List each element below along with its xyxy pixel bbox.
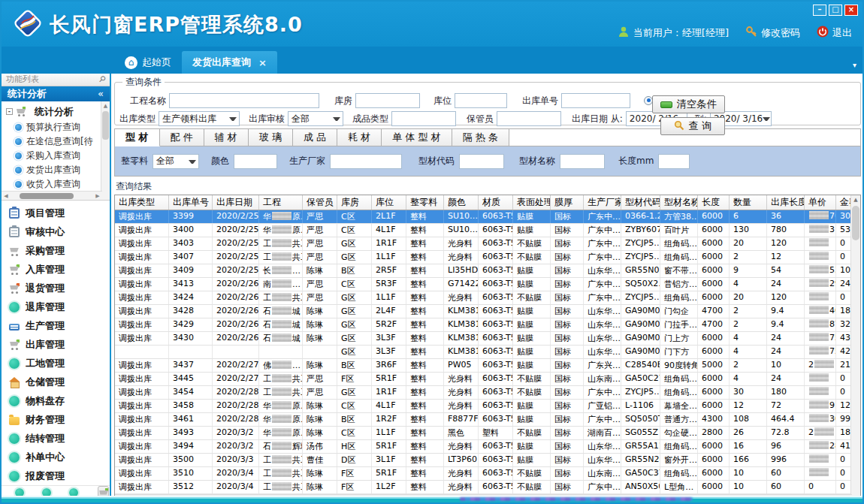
tab-active-shipment-query[interactable]: 发货出库查询 × [182, 51, 277, 74]
table-row[interactable]: 调拨出库34582020/2/28华原…陈琳C区4L1F整料光身料6063-T5… [115, 400, 852, 413]
tree-horizontal-scrollbar[interactable]: ◀ ▶ [2, 191, 102, 200]
sidebar-item-4[interactable]: 退货管理 [2, 279, 110, 297]
table-row[interactable]: 调拨出库34302020/2/26石城陈琳G区3L3F整料KLM38176063… [115, 332, 852, 346]
scroll-right-icon[interactable]: ▶ [93, 193, 102, 199]
tab-home[interactable]: ⌂ 起始页 [114, 51, 182, 74]
project-name-input[interactable] [169, 93, 319, 108]
sidebar-item-9[interactable]: 仓储管理 [2, 373, 110, 391]
table-row[interactable]: 调拨出库34132020/2/26南…严思C区5R3F整料G714226063-… [115, 278, 852, 291]
audit-select[interactable]: 全部 [288, 111, 343, 126]
warehouse-input[interactable] [355, 93, 420, 108]
stats-section-header[interactable]: 统计分析 « [2, 86, 110, 101]
sidebar-item-11[interactable]: 财务管理 [2, 410, 110, 429]
table-row[interactable]: 调拨出库34002020/2/25华原…严思C区4L1F整料SU10…6063-… [115, 224, 852, 237]
table-row[interactable]: G区3L3F整料KLM38176063-T5贴膜国标山东华…GA90M09.门下… [115, 346, 852, 359]
tree-item-3[interactable]: 发货出库查询 [15, 163, 110, 177]
collapse-icon[interactable]: « [98, 88, 104, 99]
scroll-thumb[interactable] [102, 111, 109, 140]
scroll-thumb[interactable] [20, 193, 74, 199]
sidebar-item-10[interactable]: 物料盘存 [2, 391, 110, 410]
cell: 2020/2/25 [213, 210, 259, 223]
sidebar-item-2[interactable]: 采购管理 [2, 241, 110, 260]
table-vertical-scrollbar[interactable]: ▲ ▼ [850, 195, 860, 504]
tree-item-2[interactable]: 采购入库查询 [15, 149, 110, 163]
tree-item-0[interactable]: 预算执行查询 [15, 120, 110, 134]
location-input[interactable] [455, 93, 507, 108]
sidebar-item-1[interactable]: 审核中心 [2, 222, 110, 241]
whole-part-select[interactable]: 全部 [153, 154, 199, 169]
maximize-button[interactable]: □ [829, 5, 842, 16]
material-tab-1[interactable]: 配 件 [160, 129, 204, 146]
minimize-button[interactable]: – [813, 5, 826, 16]
scroll-left-icon[interactable]: ◀ [2, 193, 11, 199]
close-button[interactable]: × [844, 5, 858, 16]
cell: 996 [836, 413, 852, 426]
cell: 整料 [406, 359, 444, 372]
scroll-up-icon[interactable]: ▲ [851, 195, 860, 205]
sidebar-item-7[interactable]: 出库管理 [2, 335, 110, 354]
cell: B区 [337, 359, 372, 372]
table-row[interactable]: 调拨出库35122020/3/4工共工程陈琳F区1L2F整料光身料6063-T5… [115, 481, 852, 494]
cell: 陈琳 [303, 427, 337, 439]
cell: 工共工程 [259, 251, 303, 264]
profile-name-input[interactable] [560, 154, 605, 169]
table-row[interactable]: 调拨出库34452020/2/27工共工程严思F区5R1F整料光身料6063-T… [115, 373, 852, 386]
tab-overflow-icon[interactable]: ▾ [853, 61, 856, 69]
material-tab-5[interactable]: 耗 材 [337, 129, 382, 146]
tree-item-1[interactable]: 在途信息查询[待 [15, 134, 110, 149]
tree-vertical-scrollbar[interactable]: ▲ ▼ [101, 101, 110, 201]
tree-expander-icon[interactable]: - [6, 108, 13, 115]
sidebar-item-12[interactable]: 结转管理 [2, 429, 110, 448]
table-row[interactable]: 调拨出库34942020/3/2石辉城汤伟H区5R1F整料光身料6063-T5贴… [115, 440, 852, 454]
sidebar-item-8[interactable]: 工地管理 [2, 354, 110, 373]
material-tab-6[interactable]: 单 体 型 材 [382, 129, 452, 146]
table-row[interactable]: 调拨出库34282020/2/26石城陈琳G区2L4F整料KLM38176063… [115, 305, 852, 318]
table-row[interactable]: 调拨出库34612020/2/28华原…陈琳B区1R2F整料F8877FT606… [115, 413, 852, 427]
table-row[interactable]: 调拨出库34242020/2/26工共工程严思G区1L1F整料光身料6063-T… [115, 291, 852, 305]
sidebar-item-13[interactable]: 补单中心 [2, 448, 110, 466]
logout-link[interactable]: 退出 [817, 26, 852, 40]
table-row[interactable]: 调拨出库34072020/2/25工共工程严思G区1L1F整料光身料6063-T… [115, 251, 852, 264]
table-row[interactable]: 调拨出库34372020/2/27佛…陈琳B区3R6F整料PW056063-T5… [115, 359, 852, 373]
material-tab-3[interactable]: 玻 璃 [249, 129, 293, 146]
material-tab-7[interactable]: 隔 热 条 [452, 129, 509, 146]
scroll-thumb[interactable] [852, 206, 859, 240]
censored-blur [272, 252, 292, 261]
table-row[interactable]: 调拨出库34032020/2/25工共工程严思G区1R1F整料光身料6063-T… [115, 237, 852, 251]
tree-item-4[interactable]: 收货入库查询 [15, 177, 110, 192]
sidebar-item-14[interactable]: 报废管理 [2, 466, 110, 485]
change-password-link[interactable]: 修改密码 [745, 26, 800, 40]
tree-root-node[interactable]: - 统计分析 [2, 101, 110, 120]
cell: 3424 [169, 291, 213, 304]
sidebar-item-6[interactable]: 生产管理 [2, 316, 110, 335]
color-input[interactable] [234, 154, 277, 169]
material-tab-0[interactable]: 型 材 [115, 129, 160, 146]
scroll-up-icon[interactable]: ▲ [101, 101, 110, 110]
sidebar-item-0[interactable]: 项目管理 [2, 204, 110, 222]
keeper-input[interactable] [497, 111, 561, 126]
table-row[interactable]: 调拨出库34542020/2/28工共工程严思G区1R1F整料光身料6063-T… [115, 386, 852, 400]
table-row[interactable]: 调拨出库34292020/2/26石城陈琳G区5R2F整料KLM38176063… [115, 318, 852, 332]
pin-icon[interactable]: ⚲ [97, 74, 108, 85]
clear-conditions-button[interactable]: 清空条件 [652, 95, 725, 113]
outbound-type-select[interactable]: 生产领料出库 [159, 111, 240, 126]
material-tab-2[interactable]: 辅 材 [204, 129, 249, 146]
profile-code-input[interactable] [459, 154, 504, 169]
table-row[interactable]: 调拨出库33992020/2/25华原…严思C区2L1F整料SU10…6063-… [115, 210, 852, 224]
length-input[interactable] [658, 154, 690, 169]
table-row[interactable]: 调拨出库34092020/2/25长…陈琳B区2R5F整料LI35HD6063-… [115, 264, 852, 278]
table-row[interactable]: 调拨出库34932020/3/2华原…陈琳C区1L1F整料黑色塑料不贴膜国标湖南… [115, 427, 852, 440]
main-content: 查询条件 工程名称 库房 库位 出库单号 工装 家装 出库类型 生产领料出库 出… [113, 74, 864, 499]
search-button[interactable]: 查 询 [660, 117, 725, 135]
product-type-input[interactable] [391, 111, 456, 126]
material-tab-4[interactable]: 成 品 [293, 129, 337, 146]
factory-input[interactable] [330, 154, 402, 169]
table-row[interactable]: 调拨出库35102020/3/4工共工程陈琳F区5R1F整料光身料6063-T5… [115, 467, 852, 481]
cell: KLM3817 [444, 332, 479, 345]
order-no-input[interactable] [561, 93, 630, 108]
sidebar-item-label: 报废管理 [26, 469, 65, 483]
sidebar-item-3[interactable]: 入库管理 [2, 260, 110, 279]
table-row[interactable]: 调拨出库35002020/3/3工共工程曹佳D区3L1F整料LT3P606063… [115, 454, 852, 467]
tab-close-icon[interactable]: × [258, 57, 267, 68]
sidebar-item-5[interactable]: 退库管理 [2, 297, 110, 316]
